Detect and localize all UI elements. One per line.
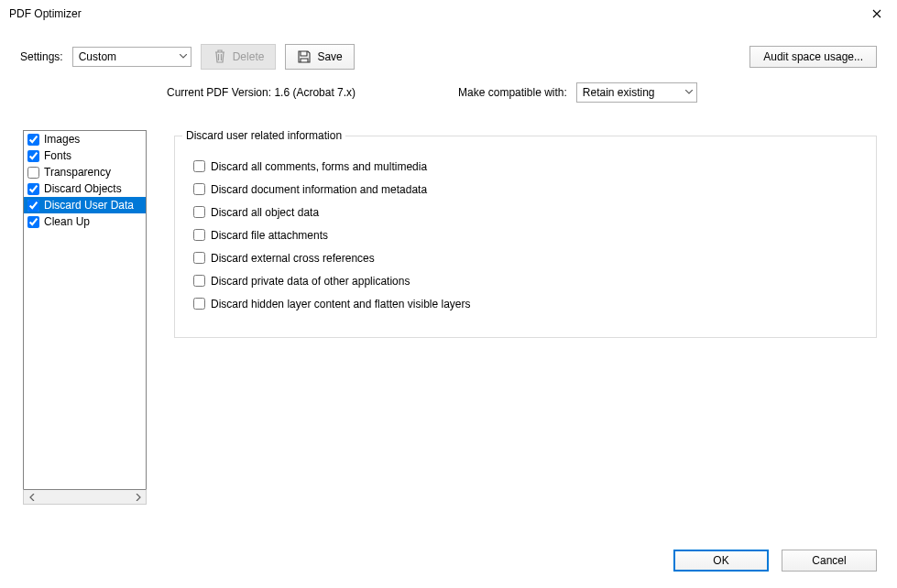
category-label: Images: [44, 133, 80, 146]
current-version-label: Current PDF Version: 1.6 (Acrobat 7.x): [167, 86, 356, 99]
audit-space-button[interactable]: Audit space usage...: [749, 46, 877, 68]
category-checkbox[interactable]: [27, 216, 39, 228]
settings-dropdown[interactable]: Custom: [72, 47, 191, 67]
cancel-label: Cancel: [812, 554, 846, 567]
category-box: ImagesFontsTransparencyDiscard ObjectsDi…: [23, 130, 147, 505]
option-row: Discard file attachments: [193, 225, 863, 245]
settings-label: Settings:: [20, 50, 63, 63]
scroll-right-icon[interactable]: [131, 490, 145, 504]
option-row: Discard document information and metadat…: [193, 180, 863, 199]
option-checkbox[interactable]: [193, 229, 205, 241]
category-item-images[interactable]: Images: [24, 131, 146, 147]
option-label: Discard file attachments: [211, 229, 328, 242]
category-item-transparency[interactable]: Transparency: [24, 164, 146, 180]
fieldset-legend: Discard user related information: [182, 129, 345, 142]
option-checkbox[interactable]: [193, 252, 205, 264]
option-checkbox[interactable]: [193, 160, 205, 172]
category-item-fonts[interactable]: Fonts: [24, 147, 146, 164]
scroll-left-icon[interactable]: [25, 490, 38, 504]
category-item-clean-up[interactable]: Clean Up: [24, 213, 146, 230]
compat-label: Make compatible with:: [458, 86, 567, 99]
option-checkbox[interactable]: [193, 298, 205, 310]
compat-value: Retain existing: [583, 86, 655, 99]
option-label: Discard all comments, forms and multimed…: [211, 160, 427, 173]
chevron-down-icon: [180, 54, 187, 60]
option-checkbox[interactable]: [193, 275, 205, 287]
trash-icon: [213, 49, 227, 64]
delete-button: Delete: [201, 44, 277, 70]
option-checkbox[interactable]: [193, 183, 205, 195]
category-checkbox[interactable]: [27, 134, 39, 146]
category-label: Discard Objects: [44, 182, 122, 195]
close-button[interactable]: [857, 0, 897, 27]
category-label: Clean Up: [44, 215, 90, 228]
cancel-button[interactable]: Cancel: [782, 550, 877, 572]
dialog-footer: OK Cancel: [673, 550, 877, 572]
option-label: Discard hidden layer content and flatten…: [211, 298, 471, 310]
ok-label: OK: [713, 554, 728, 567]
category-checkbox[interactable]: [27, 183, 39, 195]
options-list: Discard all comments, forms and multimed…: [188, 157, 863, 313]
category-item-discard-user-data[interactable]: Discard User Data: [24, 197, 146, 213]
option-label: Discard all object data: [211, 206, 319, 219]
options-panel: Discard user related information Discard…: [174, 130, 877, 338]
category-label: Transparency: [44, 166, 111, 179]
option-row: Discard all comments, forms and multimed…: [193, 157, 863, 176]
compat-dropdown[interactable]: Retain existing: [576, 82, 697, 103]
settings-value: Custom: [79, 50, 116, 63]
window-title: PDF Optimizer: [9, 7, 82, 20]
option-checkbox[interactable]: [193, 206, 205, 218]
audit-label: Audit space usage...: [763, 50, 863, 63]
option-row: Discard external cross references: [193, 248, 863, 267]
info-row: Current PDF Version: 1.6 (Acrobat 7.x) M…: [0, 70, 897, 103]
option-label: Discard private data of other applicatio…: [211, 275, 410, 288]
category-checkbox[interactable]: [27, 150, 39, 162]
content-area: ImagesFontsTransparencyDiscard ObjectsDi…: [0, 103, 897, 505]
close-icon: [872, 9, 881, 18]
chevron-down-icon: [685, 90, 693, 95]
category-label: Discard User Data: [44, 199, 134, 212]
discard-user-fieldset: Discard user related information Discard…: [174, 136, 877, 338]
horizontal-scrollbar[interactable]: [23, 489, 147, 505]
option-row: Discard private data of other applicatio…: [193, 271, 863, 290]
option-row: Discard all object data: [193, 202, 863, 222]
category-checkbox[interactable]: [27, 200, 39, 212]
option-row: Discard hidden layer content and flatten…: [193, 294, 863, 313]
category-list[interactable]: ImagesFontsTransparencyDiscard ObjectsDi…: [23, 130, 147, 489]
save-button[interactable]: Save: [285, 44, 354, 70]
titlebar: PDF Optimizer: [0, 0, 897, 27]
option-label: Discard external cross references: [211, 252, 375, 265]
save-label: Save: [317, 50, 342, 63]
category-checkbox[interactable]: [27, 167, 39, 179]
ok-button[interactable]: OK: [673, 550, 769, 572]
option-label: Discard document information and metadat…: [211, 183, 427, 196]
delete-label: Delete: [233, 50, 265, 63]
category-item-discard-objects[interactable]: Discard Objects: [24, 180, 146, 197]
category-label: Fonts: [44, 149, 71, 162]
save-icon: [297, 49, 312, 64]
settings-row: Settings: Custom Delete Save Audit space…: [0, 27, 897, 70]
